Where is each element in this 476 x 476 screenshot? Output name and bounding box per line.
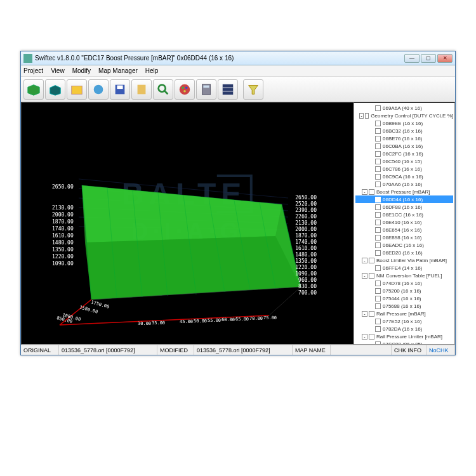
tree-checkbox[interactable] — [375, 197, 381, 202]
tree-expander-icon[interactable]: - — [362, 334, 367, 340]
tree-node[interactable]: 06C786 (16 x 16) — [355, 165, 453, 173]
tree-checkbox[interactable] — [375, 105, 381, 111]
tree-checkbox[interactable] — [375, 288, 381, 294]
tree-node[interactable]: 06C0BA (16 x 16) — [355, 142, 453, 150]
tree-node[interactable]: 06DF88 (16 x 16) — [355, 203, 453, 211]
tree-node[interactable]: 06EADC (16 x 16) — [355, 241, 453, 249]
tree-node[interactable]: -Boost Limiter Via Patm [mBAR] — [355, 256, 453, 264]
tree-checkbox[interactable] — [375, 182, 381, 187]
tree-node[interactable]: 077E52 (16 x 16) — [355, 317, 453, 325]
tree-checkbox[interactable] — [375, 174, 381, 180]
tree-checkbox[interactable] — [375, 166, 381, 172]
tree-node[interactable]: 06B9EE (16 x 16) — [355, 119, 453, 127]
menu-view[interactable]: View — [51, 67, 65, 74]
tool-3d-view-icon[interactable] — [23, 79, 44, 100]
tree-node[interactable]: 06E410 (16 x 16) — [355, 218, 453, 226]
tree-node[interactable]: 07SC08 (06 x 05) — [355, 340, 453, 345]
tree-checkbox[interactable] — [375, 159, 381, 164]
menu-modify[interactable]: Modify — [72, 67, 91, 74]
tree-node[interactable]: 06E654 (16 x 16) — [355, 226, 453, 234]
tree-expander-icon[interactable]: - — [359, 113, 363, 119]
tree-checkbox[interactable] — [369, 189, 374, 195]
tree-checkbox[interactable] — [369, 311, 374, 317]
tree-node[interactable]: 06C540 (16 x 15) — [355, 157, 453, 165]
tree-label: Boost Pressure [mBAR] — [376, 189, 430, 195]
tree-checkbox[interactable] — [375, 136, 381, 142]
z-tick: 2520.00 — [285, 201, 317, 207]
z-tick: 2260.00 — [285, 214, 317, 220]
tool-edit-icon[interactable] — [131, 79, 152, 100]
tree-checkbox[interactable] — [365, 113, 369, 119]
tree-checkbox[interactable] — [375, 326, 381, 332]
tool-save-icon[interactable] — [110, 79, 130, 100]
tree-checkbox[interactable] — [375, 151, 381, 157]
z-tick: 960.00 — [285, 277, 317, 283]
map-tree[interactable]: 069A6A (40 x 16)-Geometry Control [DUTY … — [354, 103, 454, 345]
tree-node[interactable]: -Geometry Control [DUTY CYCLE %] — [355, 112, 453, 119]
tree-checkbox[interactable] — [375, 242, 381, 248]
menu-help[interactable]: Help — [145, 67, 159, 74]
tree-node[interactable]: 06DD44 (16 x 16) — [355, 195, 453, 203]
tool-calc-icon[interactable] — [196, 79, 216, 100]
tool-palette-icon[interactable] — [175, 79, 195, 100]
tree-node[interactable]: 06C2FC (16 x 16) — [355, 150, 453, 157]
tree-node[interactable]: 070AA6 (16 x 16) — [355, 180, 453, 188]
tree-checkbox[interactable] — [375, 220, 381, 225]
tree-checkbox[interactable] — [375, 212, 381, 218]
tree-node[interactable]: -Boost Pressure [mBAR] — [355, 188, 453, 195]
tree-checkbox[interactable] — [375, 303, 381, 309]
tree-node[interactable]: 06BE76 (16 x 16) — [355, 135, 453, 142]
tree-node[interactable]: 06C9CA (16 x 16) — [355, 173, 453, 180]
tree-checkbox[interactable] — [375, 227, 381, 233]
tree-node[interactable]: 074D78 (16 x 16) — [355, 279, 453, 287]
3d-viewport[interactable]: BALTED·I·A·G — [21, 102, 354, 345]
tree-expander-icon[interactable]: - — [362, 273, 367, 279]
maximize-button[interactable]: ▢ — [421, 54, 436, 63]
tree-checkbox[interactable] — [375, 319, 381, 324]
close-button[interactable]: ✕ — [437, 54, 453, 63]
tree-node[interactable]: 06BC32 (16 x 16) — [355, 127, 453, 135]
tree-node[interactable]: 069A6A (40 x 16) — [355, 104, 453, 112]
tree-node[interactable]: -NM Conversion Table [FUEL] — [355, 272, 453, 279]
tool-open-icon[interactable] — [67, 79, 87, 100]
tool-find-icon[interactable] — [153, 79, 173, 100]
tree-node[interactable]: 06ED20 (16 x 16) — [355, 249, 453, 256]
tool-grid-icon[interactable] — [218, 79, 238, 100]
tree-expander-icon[interactable]: - — [362, 258, 367, 263]
titlebar[interactable]: Swiftec v1.8.0.0 "EDC17 Boost Pressure [… — [21, 51, 455, 65]
tree-checkbox[interactable] — [375, 143, 381, 149]
tree-checkbox[interactable] — [375, 296, 381, 301]
tree-checkbox[interactable] — [375, 204, 381, 210]
tree-node[interactable]: 075444 (16 x 16) — [355, 294, 453, 302]
menu-map-manager[interactable]: Map Manager — [98, 67, 138, 74]
tree-node[interactable]: 06E1CC (16 x 16) — [355, 211, 453, 218]
tree-checkbox[interactable] — [369, 273, 374, 279]
tree-checkbox[interactable] — [375, 281, 381, 286]
minimize-button[interactable]: — — [404, 54, 420, 63]
tool-filter-icon[interactable] — [243, 79, 263, 100]
svg-point-10 — [182, 86, 184, 89]
tree-checkbox[interactable] — [375, 128, 381, 134]
tree-checkbox[interactable] — [375, 235, 381, 241]
z-tick: 700.00 — [285, 290, 317, 296]
map-tree-panel[interactable]: 069A6A (40 x 16)-Geometry Control [DUTY … — [354, 102, 455, 345]
tree-node[interactable]: 075200 (16 x 16) — [355, 287, 453, 294]
menu-project[interactable]: Project — [23, 67, 43, 74]
tree-checkbox[interactable] — [369, 258, 374, 263]
tree-checkbox[interactable] — [375, 250, 381, 256]
tree-checkbox[interactable] — [375, 121, 381, 126]
tree-checkbox[interactable] — [375, 265, 381, 271]
svg-point-12 — [183, 89, 186, 92]
tree-node[interactable]: 0782DA (16 x 16) — [355, 325, 453, 333]
tree-checkbox[interactable] — [369, 334, 374, 340]
tree-node[interactable]: 06E898 (16 x 16) — [355, 234, 453, 241]
tool-3d-alt-icon[interactable] — [45, 79, 65, 100]
tree-label: 075200 (16 x 16) — [383, 288, 421, 294]
tree-node[interactable]: 075688 (16 x 16) — [355, 302, 453, 310]
tree-node[interactable]: -Rail Pressure [mBAR] — [355, 310, 453, 317]
tree-expander-icon[interactable]: - — [362, 189, 367, 195]
tree-node[interactable]: -Rail Pressure Limiter [mBAR] — [355, 333, 453, 340]
tree-expander-icon[interactable]: - — [362, 311, 367, 317]
tree-node[interactable]: 06FFE4 (14 x 16) — [355, 264, 453, 272]
tool-color-icon[interactable] — [88, 79, 109, 100]
